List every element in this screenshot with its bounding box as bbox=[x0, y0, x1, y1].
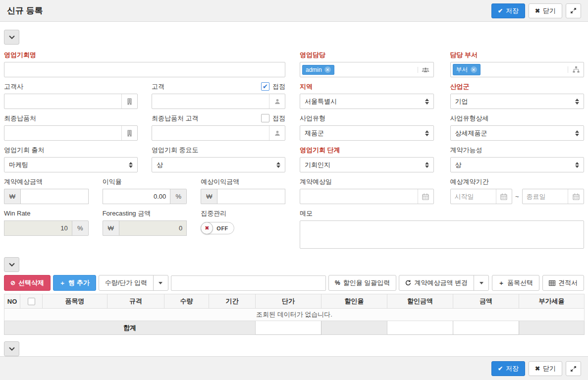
memo-textarea[interactable] bbox=[300, 220, 584, 249]
contract-date-input[interactable] bbox=[300, 189, 418, 204]
qty-price-entry-group: 수량/단가 입력 bbox=[99, 275, 168, 291]
memo-field: 메모 bbox=[300, 209, 584, 250]
industry-select[interactable]: 기업 bbox=[450, 94, 585, 109]
close-x-icon: ✖ bbox=[535, 8, 540, 14]
main-content: 영업기회명 고객사 고객 bbox=[0, 22, 588, 356]
stage-select[interactable]: 기회인지 bbox=[300, 157, 434, 172]
final-delivery-customer-input[interactable] bbox=[152, 126, 269, 140]
focus-management-field: 집중관리 ✖ OFF bbox=[201, 204, 285, 236]
batch-value-input[interactable] bbox=[171, 275, 326, 291]
final-delivery-input[interactable] bbox=[4, 126, 121, 140]
table-icon bbox=[549, 280, 555, 286]
total-discount-amount-cell bbox=[387, 321, 453, 335]
customer-company-label: 고객사 bbox=[4, 82, 138, 91]
close-x-icon: ✖ bbox=[535, 366, 540, 372]
forecasting-input bbox=[119, 220, 187, 236]
sitemap-icon[interactable] bbox=[568, 66, 584, 73]
select-all-checkbox[interactable] bbox=[28, 298, 35, 305]
select-caret-icon bbox=[425, 99, 429, 105]
calendar-icon[interactable] bbox=[496, 189, 512, 204]
business-type-detail-select[interactable]: 상세제품군 bbox=[450, 125, 585, 141]
win-rate-field: Win Rate % bbox=[4, 204, 89, 236]
page-title: 신규 등록 bbox=[7, 5, 43, 16]
customer-contact-checkbox[interactable]: ✔ bbox=[261, 82, 269, 91]
ban-icon: ⊘ bbox=[10, 280, 15, 286]
select-caret-icon bbox=[425, 162, 429, 168]
users-icon[interactable] bbox=[418, 67, 433, 73]
collapse-bottom-section-button[interactable] bbox=[4, 341, 19, 356]
importance-select[interactable]: 상 bbox=[152, 157, 285, 172]
building-icon[interactable] bbox=[121, 126, 137, 140]
close-button[interactable]: ✖ 닫기 bbox=[529, 361, 562, 376]
customer-company-field: 고객사 bbox=[4, 77, 138, 109]
final-delivery-contact-checkbox[interactable] bbox=[261, 114, 269, 122]
business-type-select[interactable]: 제품군 bbox=[300, 125, 434, 141]
select-item-button[interactable]: ＋ 품목선택 bbox=[492, 275, 539, 291]
qty-price-entry-caret-button[interactable] bbox=[153, 275, 168, 291]
discount-batch-button[interactable]: % 할인율 일괄입력 bbox=[328, 275, 396, 291]
period-end-input[interactable] bbox=[523, 189, 568, 204]
opportunity-name-input[interactable] bbox=[4, 62, 285, 77]
close-button[interactable]: ✖ 닫기 bbox=[529, 3, 562, 18]
save-button[interactable]: ✔ 저장 bbox=[491, 361, 525, 376]
refresh-icon bbox=[405, 280, 411, 286]
building-icon[interactable] bbox=[121, 94, 137, 109]
win-rate-input bbox=[4, 220, 72, 236]
focus-management-toggle[interactable]: ✖ OFF bbox=[201, 222, 234, 234]
remove-tag-icon[interactable]: ✕ bbox=[471, 66, 477, 73]
calendar-icon[interactable] bbox=[568, 189, 584, 204]
expected-profit-input[interactable] bbox=[217, 189, 285, 204]
source-label: 영업기회 출처 bbox=[4, 146, 138, 154]
final-delivery-contact-label: 접점 bbox=[272, 114, 285, 123]
person-icon[interactable] bbox=[269, 126, 285, 140]
form-left-column: 영업기회명 고객사 고객 bbox=[4, 47, 285, 250]
collapse-grid-section-button[interactable] bbox=[4, 257, 19, 272]
collapse-form-section-button[interactable] bbox=[4, 30, 19, 45]
col-quantity: 수량 bbox=[164, 294, 209, 309]
period-start-input[interactable] bbox=[451, 189, 496, 204]
sales-manager-label: 영업담당 bbox=[300, 51, 434, 59]
profit-rate-input[interactable] bbox=[103, 189, 171, 204]
calendar-icon[interactable] bbox=[418, 189, 433, 204]
change-contract-amount-button[interactable]: 계약예상금액 변경 bbox=[399, 275, 474, 291]
customer-company-input[interactable] bbox=[4, 94, 121, 109]
win-rate-label: Win Rate bbox=[4, 209, 89, 217]
expand-button[interactable] bbox=[566, 361, 581, 376]
final-delivery-field: 최종납품처 bbox=[4, 109, 138, 141]
checkbox-check-icon: ✔ bbox=[263, 83, 268, 90]
industry-label: 산업군 bbox=[450, 82, 585, 91]
check-icon: ✔ bbox=[498, 366, 503, 372]
won-symbol: ₩ bbox=[4, 189, 20, 204]
col-vat-rate: 부가세율 bbox=[519, 294, 585, 309]
caret-down-icon bbox=[480, 282, 483, 284]
total-vat-rate-cell bbox=[519, 321, 585, 335]
focus-management-label: 집중관리 bbox=[201, 209, 285, 217]
quotation-button[interactable]: 견적서 bbox=[542, 275, 584, 291]
change-contract-amount-caret-button[interactable] bbox=[474, 275, 489, 291]
industry-field: 산업군 기업 bbox=[450, 77, 585, 109]
bottom-action-bar: ✔ 저장 ✖ 닫기 bbox=[0, 356, 588, 380]
contract-amount-input[interactable] bbox=[20, 189, 89, 204]
remove-tag-icon[interactable]: ✕ bbox=[324, 66, 331, 73]
person-icon[interactable] bbox=[269, 94, 285, 109]
top-header-bar: 신규 등록 ✔ 저장 ✖ 닫기 bbox=[0, 0, 588, 22]
add-row-button[interactable]: ＋ 행 추가 bbox=[53, 275, 96, 291]
expand-button[interactable] bbox=[566, 3, 581, 18]
save-button[interactable]: ✔ 저장 bbox=[491, 3, 525, 18]
customer-contact-label: 접점 bbox=[272, 82, 285, 91]
won-symbol: ₩ bbox=[103, 220, 119, 236]
source-field: 영업기회 출처 마케팅 bbox=[4, 141, 138, 172]
qty-price-entry-button[interactable]: 수량/단가 입력 bbox=[99, 275, 154, 291]
delete-selected-button[interactable]: ⊘ 선택삭제 bbox=[4, 275, 51, 291]
total-unit-price-cell bbox=[256, 321, 321, 335]
region-label: 지역 bbox=[300, 82, 434, 91]
contract-possibility-select[interactable]: 상 bbox=[450, 157, 585, 172]
forecasting-field: Forecasting 금액 ₩ bbox=[103, 204, 187, 236]
customer-input[interactable] bbox=[152, 94, 269, 109]
profit-rate-label: 이익율 bbox=[103, 177, 187, 186]
opportunity-name-field: 영업기회명 bbox=[4, 51, 285, 77]
source-select[interactable]: 마케팅 bbox=[4, 157, 138, 172]
col-discount-amount: 할인금액 bbox=[387, 294, 453, 309]
region-select[interactable]: 서울특별시 bbox=[300, 94, 434, 109]
select-caret-icon bbox=[575, 130, 579, 136]
